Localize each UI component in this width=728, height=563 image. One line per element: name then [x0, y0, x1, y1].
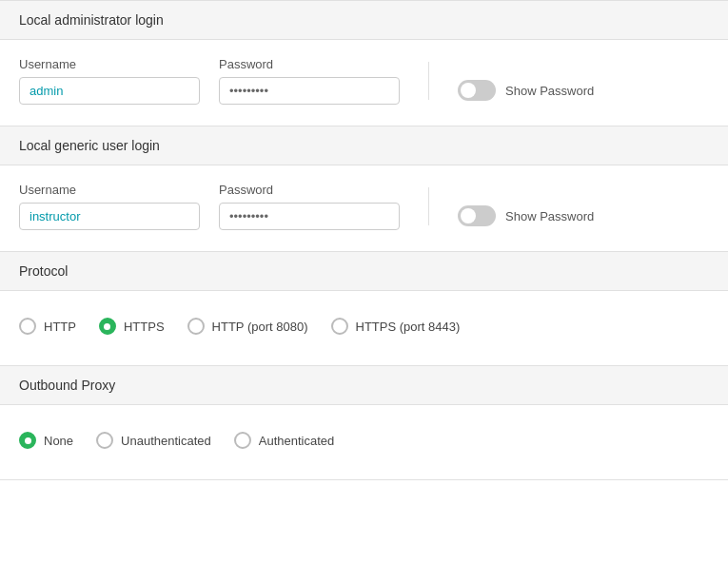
- admin-show-password-group: Show Password: [458, 80, 594, 105]
- admin-password-label: Password: [219, 57, 400, 71]
- outbound-proxy-title: Outbound Proxy: [19, 378, 115, 393]
- generic-login-title: Local generic user login: [19, 138, 160, 153]
- protocol-section: Protocol HTTP HTTPS HTTP (port 8080): [0, 252, 728, 366]
- admin-login-section: Local administrator login Username Passw…: [0, 1, 728, 126]
- generic-toggle-slider: [458, 205, 496, 226]
- admin-password-input[interactable]: [219, 77, 400, 105]
- proxy-authenticated-option[interactable]: Authenticated: [234, 432, 335, 449]
- protocol-header: Protocol: [0, 252, 728, 291]
- proxy-none-circle: [19, 432, 36, 449]
- admin-login-form-row: Username Password Show Password: [19, 57, 709, 105]
- protocol-http-circle: [19, 318, 36, 335]
- protocol-http-option[interactable]: HTTP: [19, 318, 76, 335]
- generic-show-password-label: Show Password: [505, 209, 594, 223]
- generic-login-form-row: Username Password Show Password: [19, 183, 709, 230]
- protocol-https8443-option[interactable]: HTTPS (port 8443): [331, 318, 461, 335]
- generic-login-body: Username Password Show Password: [0, 165, 728, 251]
- admin-login-header: Local administrator login: [0, 1, 728, 40]
- admin-password-group: Password: [219, 57, 400, 105]
- protocol-http-label: HTTP: [44, 320, 76, 334]
- protocol-http8080-label: HTTP (port 8080): [212, 320, 308, 334]
- protocol-https8443-circle: [331, 318, 348, 335]
- generic-username-group: Username: [19, 183, 200, 230]
- admin-username-label: Username: [19, 57, 200, 71]
- protocol-https-option[interactable]: HTTPS: [99, 318, 165, 335]
- proxy-authenticated-circle: [234, 432, 251, 449]
- proxy-unauthenticated-label: Unauthenticated: [121, 434, 211, 448]
- admin-username-input[interactable]: [19, 77, 200, 105]
- outbound-proxy-section: Outbound Proxy None Unauthenticated Auth…: [0, 366, 728, 480]
- admin-toggle-slider: [458, 80, 496, 101]
- protocol-http8080-option[interactable]: HTTP (port 8080): [187, 318, 308, 335]
- proxy-authenticated-label: Authenticated: [259, 434, 335, 448]
- admin-login-body: Username Password Show Password: [0, 40, 728, 126]
- generic-show-password-toggle[interactable]: [458, 205, 496, 226]
- protocol-https-label: HTTPS: [124, 320, 165, 334]
- generic-password-group: Password: [219, 183, 400, 230]
- proxy-unauthenticated-circle: [96, 432, 113, 449]
- admin-login-title: Local administrator login: [19, 12, 164, 28]
- generic-login-header: Local generic user login: [0, 126, 728, 165]
- generic-username-label: Username: [19, 183, 200, 197]
- protocol-https-circle: [99, 318, 116, 335]
- protocol-http8080-circle: [187, 318, 205, 335]
- generic-password-input[interactable]: [219, 203, 400, 230]
- generic-login-section: Local generic user login Username Passwo…: [0, 126, 728, 252]
- proxy-none-label: None: [44, 434, 73, 448]
- admin-show-password-label: Show Password: [505, 84, 594, 98]
- admin-show-password-toggle[interactable]: [458, 80, 496, 101]
- outbound-proxy-header: Outbound Proxy: [0, 366, 728, 405]
- admin-username-group: Username: [19, 57, 200, 105]
- proxy-unauthenticated-option[interactable]: Unauthenticated: [96, 432, 211, 449]
- generic-username-input[interactable]: [19, 203, 200, 230]
- generic-divider: [428, 187, 429, 225]
- admin-divider: [428, 62, 429, 100]
- protocol-radio-group: HTTP HTTPS HTTP (port 8080) HTTPS (port …: [19, 308, 709, 344]
- protocol-body: HTTP HTTPS HTTP (port 8080) HTTPS (port …: [0, 291, 728, 365]
- proxy-none-option[interactable]: None: [19, 432, 73, 449]
- protocol-https8443-label: HTTPS (port 8443): [356, 320, 461, 334]
- generic-password-label: Password: [219, 183, 400, 197]
- generic-show-password-group: Show Password: [458, 205, 594, 230]
- protocol-title: Protocol: [19, 263, 68, 279]
- outbound-proxy-body: None Unauthenticated Authenticated: [0, 405, 728, 479]
- outbound-proxy-radio-group: None Unauthenticated Authenticated: [19, 422, 709, 458]
